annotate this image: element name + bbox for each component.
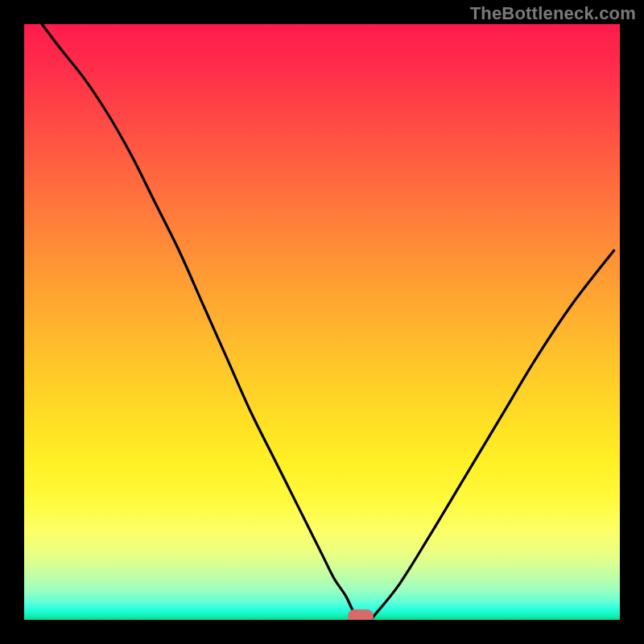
optimal-point-marker — [348, 609, 374, 620]
attribution-text: TheBottleneck.com — [470, 3, 636, 24]
chart-frame: TheBottleneck.com — [0, 0, 644, 644]
plot-area — [24, 24, 620, 620]
curve-path — [42, 24, 613, 620]
bottleneck-curve — [24, 24, 620, 620]
